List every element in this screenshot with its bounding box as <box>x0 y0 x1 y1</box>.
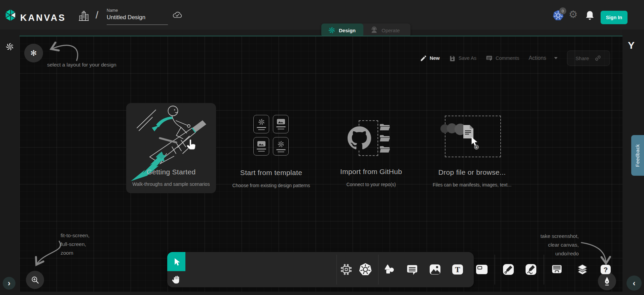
kanvas-app: KANVAS / Name 0 ⚙ <box>0 0 644 295</box>
canvas-toolbar: New Save As Comments <box>420 50 610 66</box>
image-tool-icon[interactable] <box>428 263 442 276</box>
card-subtitle: Connect to your repo(s) <box>346 182 396 187</box>
folder-icon <box>380 145 390 153</box>
dock-divider <box>378 255 379 285</box>
breadcrumb-slash: / <box>96 9 98 21</box>
dock-divider <box>495 255 495 285</box>
tab-design[interactable]: Design <box>321 24 363 37</box>
hand-icon <box>171 274 181 284</box>
snowflake-icon: ✻ <box>30 49 37 58</box>
operate-headset-icon <box>370 26 378 34</box>
pencil-icon <box>420 55 427 61</box>
template-minicard <box>253 115 269 133</box>
feedback-tab[interactable]: Feedback <box>631 135 644 176</box>
comments-button[interactable]: Comments <box>486 55 519 61</box>
file-icon <box>463 125 473 138</box>
actions-dropdown[interactable]: Actions <box>529 55 557 61</box>
template-minicard <box>273 115 289 133</box>
layout-select-button[interactable]: ✻ <box>24 44 43 62</box>
note-tool-icon[interactable] <box>475 263 489 276</box>
edge-tool-icon[interactable] <box>502 263 515 276</box>
folder-icon <box>380 123 390 131</box>
card-getting-started[interactable]: Getting Started Walk-throughs and sample… <box>126 103 216 193</box>
card-title: Import from GitHub <box>340 168 402 176</box>
chevron-right-icon: › <box>8 279 10 288</box>
layer5-y-logo: Y <box>628 40 635 51</box>
dock-divider <box>336 255 337 285</box>
svg-text:?: ? <box>604 266 608 273</box>
layout-hint-text: select a layout for your design <box>47 60 116 69</box>
design-name-input[interactable] <box>107 14 168 25</box>
card-title: Start from template <box>240 169 302 177</box>
help-tool-icon[interactable]: ? <box>599 263 612 276</box>
chevron-left-icon: ‹ <box>633 279 636 288</box>
context-count-badge: 0 <box>559 7 566 14</box>
canvas-actions-hint-text: take screenshot, clear canvas, undo/redo <box>540 232 579 258</box>
github-octocat-icon <box>348 126 371 150</box>
design-spiral-icon <box>328 27 335 34</box>
layers-tool-icon[interactable] <box>576 263 589 276</box>
comment-tool-icon[interactable] <box>405 263 419 276</box>
cursor-arrow-icon <box>172 257 181 266</box>
expand-left-panel-button[interactable]: › <box>3 277 15 290</box>
template-minicard <box>273 137 289 156</box>
card-title: Drop file or browse... <box>438 168 506 176</box>
text-tool-icon[interactable]: T <box>451 263 464 276</box>
save-as-button[interactable]: Save As <box>449 55 476 61</box>
spinner-spiral-icon <box>5 42 14 51</box>
bottom-strip <box>0 292 644 295</box>
collapse-right-panel-button[interactable]: ‹ <box>627 276 642 291</box>
draw-tool-icon[interactable] <box>524 263 538 276</box>
card-title: Getting Started <box>147 168 196 176</box>
magnifier-plus-icon <box>31 276 39 284</box>
chevron-down-icon <box>554 57 558 59</box>
image-icon <box>257 141 265 147</box>
pan-tool[interactable] <box>167 271 185 287</box>
zoom-button[interactable] <box>26 271 44 289</box>
plus-badge-icon: + <box>474 145 479 150</box>
image-icon <box>277 119 285 125</box>
dock-divider <box>544 255 544 285</box>
new-button[interactable]: New <box>420 55 440 61</box>
organization-icon[interactable] <box>78 10 90 22</box>
card-subtitle: Walk-throughs and sample scenarios <box>133 181 210 187</box>
spiral-icon <box>277 140 285 148</box>
design-name-field: Name <box>107 8 168 25</box>
logo-wordmark: KANVAS <box>20 13 66 23</box>
svg-text:T: T <box>455 265 460 274</box>
left-sidebar-strip <box>0 30 20 295</box>
design-canvas[interactable]: ✻ select a layout for your design New Sa… <box>20 36 622 292</box>
card-subtitle: Choose from existing design patterns <box>232 183 310 188</box>
link-icon <box>595 55 601 61</box>
mode-tabs: Design Operate <box>321 24 410 37</box>
kubernetes-tool-icon[interactable] <box>359 263 372 276</box>
card-subtitle: Files can be manifests, images, text... <box>433 182 511 187</box>
folder-icon <box>380 134 390 142</box>
floppy-icon <box>449 55 456 61</box>
spiral-icon <box>258 118 265 126</box>
comment-icon <box>486 55 493 61</box>
tool-dock: T <box>167 252 474 287</box>
template-minicard <box>253 137 269 156</box>
zoom-hint-text: fit-to-screen, full-screen, zoom <box>61 231 90 257</box>
notifications-bell-icon[interactable] <box>585 10 595 21</box>
sign-in-button[interactable]: Sign In <box>601 11 628 24</box>
design-name-label: Name <box>107 8 168 13</box>
pointer-hand-cursor <box>186 139 196 151</box>
shapes-tool-icon[interactable] <box>383 263 396 276</box>
select-tool[interactable] <box>167 252 185 271</box>
cloud-sync-icon <box>172 11 183 19</box>
tab-operate[interactable]: Operate <box>363 24 410 37</box>
component-tool-icon[interactable] <box>339 263 353 276</box>
settings-gear-icon[interactable]: ⚙ <box>569 9 578 19</box>
import-tool-icon[interactable] <box>550 263 564 276</box>
pen-nib-icon <box>603 277 611 286</box>
kanvas-logo-icon[interactable] <box>4 9 16 22</box>
share-button[interactable]: Share <box>567 50 610 66</box>
